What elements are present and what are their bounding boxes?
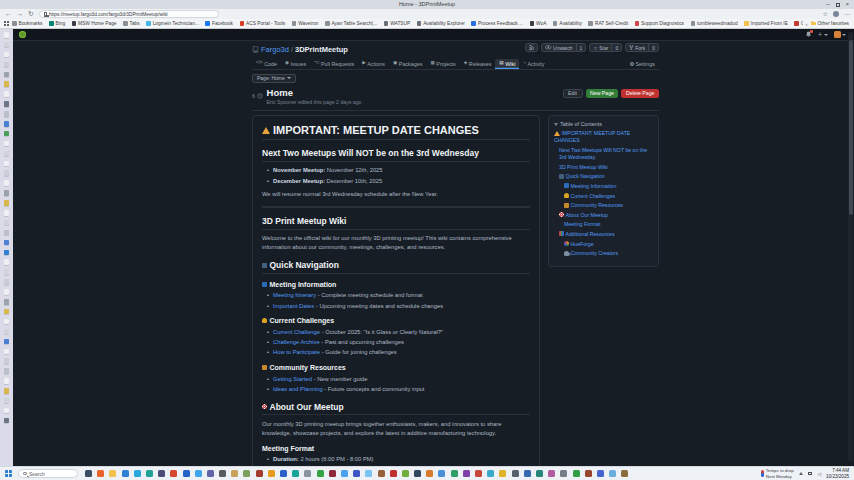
toc-link[interactable]: IMPORTANT: MEETUP DATE CHANGES — [554, 130, 653, 144]
taskbar-app-icon[interactable] — [390, 470, 397, 477]
bookmark-item[interactable]: Bing — [49, 21, 65, 26]
taskbar-app-icon[interactable] — [378, 470, 385, 477]
repo-tab-code[interactable]: </>Code — [252, 59, 281, 70]
repo-name-link[interactable]: 3DPrintMeetup — [295, 45, 348, 54]
taskbar-app-icon[interactable] — [438, 470, 445, 477]
toc-link[interactable]: Community Resources — [554, 202, 653, 209]
fork-button[interactable]: Fork 0 — [625, 43, 659, 52]
taskbar-app-icon[interactable] — [231, 470, 238, 477]
toc-header[interactable]: Table of Contents — [554, 121, 653, 127]
desktop-shortcut-icon[interactable] — [4, 378, 10, 384]
toc-link[interactable]: Quick Navigation — [554, 173, 653, 180]
start-button[interactable] — [5, 470, 12, 477]
desktop-shortcut-icon[interactable] — [4, 289, 10, 295]
desktop-shortcut-icon[interactable] — [4, 319, 10, 325]
bookmark-item[interactable]: WoA — [530, 21, 547, 26]
content-link[interactable]: Ideas and Planning — [273, 386, 323, 392]
desktop-shortcut-icon[interactable] — [4, 210, 10, 216]
desktop-shortcut-icon[interactable] — [4, 200, 10, 206]
desktop-shortcut-icon[interactable] — [4, 368, 10, 374]
fork-count[interactable]: 0 — [648, 44, 658, 51]
desktop-shortcut-icon[interactable] — [4, 259, 10, 265]
bookmark-item[interactable]: Tabs — [123, 21, 140, 26]
desktop-shortcut-icon[interactable] — [4, 81, 10, 87]
taskbar-app-icon[interactable] — [536, 470, 543, 477]
taskbar-app-icon[interactable] — [487, 470, 494, 477]
desktop-shortcut-icon[interactable] — [4, 180, 10, 186]
edit-button[interactable]: Edit — [563, 89, 583, 98]
desktop-shortcut-icon[interactable] — [4, 358, 10, 364]
toc-link[interactable]: 3D Print Meetup Wiki — [554, 164, 653, 171]
desktop-shortcut-icon[interactable] — [4, 418, 10, 424]
desktop-shortcut-icon[interactable] — [4, 62, 10, 68]
revisions-link[interactable]: 6 — [252, 93, 263, 99]
taskbar-search[interactable]: Search — [18, 469, 78, 479]
menu-dots-icon[interactable]: ⋯ — [844, 9, 850, 19]
bookmark-item[interactable]: Logmein Technician... — [146, 21, 199, 26]
create-new-button[interactable]: + — [818, 29, 828, 41]
forward-button[interactable]: → — [17, 9, 24, 19]
content-link[interactable]: Important Dates — [273, 303, 314, 309]
desktop-shortcut-icon[interactable] — [4, 190, 10, 196]
other-favorites-button[interactable]: Other favorites — [811, 21, 849, 26]
taskbar-app-icon[interactable] — [219, 470, 226, 477]
desktop-shortcut-icon[interactable] — [4, 161, 10, 167]
toc-link[interactable]: Meeting Information — [554, 183, 653, 190]
star-button[interactable]: ☆Star 0 — [589, 43, 622, 52]
desktop-shortcut-icon[interactable] — [4, 299, 10, 305]
taskbar-app-icon[interactable] — [146, 470, 153, 477]
new-page-button[interactable]: New Page — [586, 89, 619, 98]
taskbar-clock[interactable]: 7:44 AM 10/23/2025 — [826, 468, 849, 480]
desktop-shortcut-icon[interactable] — [4, 279, 10, 285]
gitea-logo-icon[interactable] — [19, 31, 26, 38]
taskbar-app-icon[interactable] — [621, 470, 628, 477]
desktop-shortcut-icon[interactable] — [4, 121, 10, 127]
address-bar[interactable]: https://meetup.fargo3d.com/fargo3d/3DPri… — [39, 10, 219, 18]
desktop-shortcut-icon[interactable] — [4, 220, 10, 226]
taskbar-app-icon[interactable] — [243, 470, 250, 477]
content-link[interactable]: Meeting Itinerary — [273, 292, 316, 298]
minimize-button[interactable]: ─ — [826, 0, 830, 9]
taskbar-app-icon[interactable] — [609, 470, 616, 477]
taskbar-app-icon[interactable] — [341, 470, 348, 477]
desktop-shortcut-icon[interactable] — [4, 131, 10, 137]
bookmark-item[interactable]: RAT Self-Credit — [588, 21, 628, 26]
toc-link[interactable]: Current Challenges — [554, 193, 653, 200]
desktop-shortcut-icon[interactable] — [4, 309, 10, 315]
desktop-shortcut-icon[interactable] — [4, 250, 10, 256]
toc-link[interactable]: Meeting Format — [554, 221, 653, 228]
taskbar-app-icon[interactable] — [414, 470, 421, 477]
repo-owner-link[interactable]: Fargo3d — [261, 45, 289, 54]
taskbar-app-icon[interactable] — [195, 470, 202, 477]
weather-widget[interactable]: Temps to drop Next Monday — [761, 468, 793, 479]
page-selector-dropdown[interactable]: Page: Home — [252, 74, 296, 83]
desktop-shortcut-icon[interactable] — [4, 408, 10, 414]
scrollbar-thumb[interactable] — [849, 40, 853, 215]
repo-tab-issues[interactable]: ◉Issues — [281, 59, 310, 70]
taskbar-app-icon[interactable] — [475, 470, 482, 477]
desktop-shortcut-icon[interactable] — [4, 269, 10, 275]
taskbar-app-icon[interactable] — [512, 470, 519, 477]
content-link[interactable]: Current Challenge — [273, 329, 320, 335]
desktop-shortcut-icon[interactable] — [4, 141, 10, 147]
taskbar-app-icon[interactable] — [268, 470, 275, 477]
bookmark-item[interactable]: Support Diagnostics — [635, 21, 684, 26]
tray-chevron-icon[interactable] — [799, 472, 803, 475]
profile-icon[interactable] — [833, 11, 839, 17]
taskbar-app-icon[interactable] — [463, 470, 470, 477]
bookmark-item[interactable]: Bookmarks — [12, 21, 43, 26]
content-link[interactable]: Challenge Archive — [273, 339, 320, 345]
bookmarks-overflow-chevron[interactable]: › — [806, 21, 808, 27]
bookmark-item[interactable]: WATSUP — [384, 21, 411, 26]
taskbar-app-icon[interactable] — [85, 470, 92, 477]
refresh-button[interactable]: ↻ — [28, 9, 33, 19]
desktop-shortcut-icon[interactable] — [4, 398, 10, 404]
delete-page-button[interactable]: Delete Page — [621, 89, 659, 98]
toc-link[interactable]: Community Creators — [554, 250, 653, 257]
taskbar-app-icon[interactable] — [317, 470, 324, 477]
taskbar-app-icon[interactable] — [158, 470, 165, 477]
taskbar-app-icon[interactable] — [402, 470, 409, 477]
bookmark-item[interactable]: tumbleweedmadud — [691, 21, 738, 26]
taskbar-app-icon[interactable] — [97, 470, 104, 477]
taskbar-app-icon[interactable] — [256, 470, 263, 477]
